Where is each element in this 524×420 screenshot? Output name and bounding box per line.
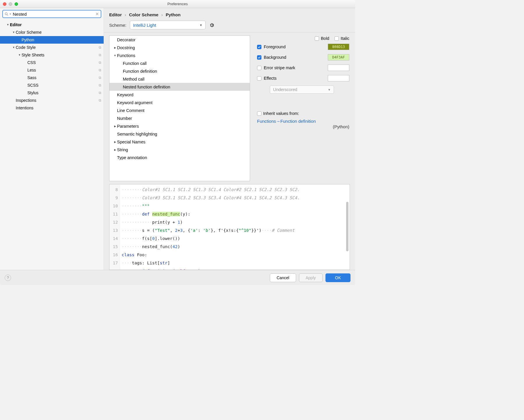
tree-label: Color Scheme — [16, 30, 42, 35]
tree-label: Sass — [27, 75, 36, 80]
category-string[interactable]: ▶String — [109, 146, 250, 154]
project-icon: ⧉ — [99, 76, 101, 80]
category-label: Function call — [123, 61, 146, 66]
breadcrumb: Editor › Color Scheme › Python — [104, 8, 355, 19]
gear-icon[interactable] — [209, 22, 215, 28]
preview-scrollbar[interactable] — [346, 202, 348, 251]
category-functions[interactable]: ▼Functions — [109, 51, 250, 59]
inherit-checkbox[interactable]: Inherit values from: — [257, 111, 349, 116]
foreground-label: Foreground — [264, 45, 286, 49]
chevron-down-icon: ▼ — [12, 46, 16, 49]
category-type-annotation[interactable]: Type annotation — [109, 154, 250, 161]
effects-type-select[interactable]: Underscored ▼ — [270, 86, 334, 94]
clear-search-icon[interactable]: ✕ — [95, 12, 99, 16]
category-nested-function-definition[interactable]: Nested function definition — [109, 83, 250, 91]
sidebar-item-editor[interactable]: ▼Editor — [0, 21, 104, 29]
effects-color-swatch[interactable] — [328, 75, 349, 81]
line-number: 14 — [109, 234, 118, 243]
sidebar-item-stylus[interactable]: Stylus⧉ — [0, 89, 104, 97]
tree-label: Less — [27, 68, 36, 72]
sidebar-item-css[interactable]: CSS⧉ — [0, 59, 104, 66]
tree-label: SCSS — [27, 83, 38, 88]
category-label: Keyword — [117, 92, 133, 97]
line-number: 15 — [109, 243, 118, 251]
scheme-select[interactable]: IntelliJ Light ▼ — [130, 21, 206, 29]
sidebar-item-color-scheme[interactable]: ▼Color Scheme — [0, 29, 104, 36]
sidebar-item-python[interactable]: Python — [0, 36, 104, 44]
help-button[interactable]: ? — [5, 275, 11, 281]
inherit-link[interactable]: Functions→Function definition — [257, 119, 349, 124]
sidebar-item-scss[interactable]: SCSS⧉ — [0, 81, 104, 89]
category-label: Functions — [117, 53, 135, 58]
tree-label: Style Sheets — [22, 53, 45, 57]
sidebar-item-code-style[interactable]: ▼Code Style⧉ — [0, 44, 104, 51]
error-stripe-checkbox[interactable] — [257, 66, 261, 70]
category-keyword-argument[interactable]: Keyword argument — [109, 99, 250, 106]
bold-checkbox[interactable]: Bold — [315, 36, 329, 41]
project-icon: ⧉ — [99, 83, 101, 87]
error-stripe-label: Error stripe mark — [264, 65, 295, 70]
scheme-label: Scheme: — [109, 23, 126, 28]
breadcrumb-color-scheme[interactable]: Color Scheme — [129, 12, 158, 17]
sidebar-item-style-sheets[interactable]: ▼Style Sheets⧉ — [0, 51, 104, 59]
effects-checkbox[interactable] — [257, 76, 261, 81]
project-icon: ⧉ — [99, 45, 101, 49]
background-color-swatch[interactable]: D4F3AF — [328, 54, 349, 60]
project-icon: ⧉ — [99, 91, 101, 95]
foreground-checkbox[interactable] — [257, 45, 261, 49]
tree-label: Editor — [10, 22, 22, 27]
svg-point-0 — [5, 13, 7, 15]
line-number: 8 — [109, 186, 118, 194]
ok-button[interactable]: OK — [325, 273, 350, 282]
tree-label: Python — [22, 38, 34, 42]
foreground-color-swatch[interactable]: 808D13 — [328, 44, 349, 50]
category-line-comment[interactable]: Line Comment — [109, 106, 250, 114]
search-history-chevron-icon[interactable]: ▾ — [10, 13, 11, 15]
breadcrumb-python[interactable]: Python — [166, 12, 180, 17]
category-method-call[interactable]: Method call — [109, 75, 250, 83]
tree-label: CSS — [27, 60, 36, 65]
sidebar-item-less[interactable]: Less⧉ — [0, 66, 104, 74]
italic-checkbox[interactable]: Italic — [334, 36, 349, 41]
category-docstring[interactable]: ▶Docstring — [109, 44, 250, 51]
chevron-right-icon: ▶ — [113, 125, 117, 128]
category-label: Decorator — [117, 38, 136, 42]
search-input[interactable] — [13, 12, 95, 17]
category-function-call[interactable]: Function call — [109, 59, 250, 67]
category-semantic-highlighting[interactable]: Semantic highlighting — [109, 130, 250, 138]
category-function-definition[interactable]: Function definition — [109, 67, 250, 75]
category-label: Type annotation — [117, 155, 147, 160]
category-label: Line Comment — [117, 108, 144, 113]
footer: ? Cancel Apply OK — [0, 270, 355, 285]
error-stripe-color-swatch[interactable] — [328, 65, 349, 71]
line-number: 17 — [109, 259, 118, 267]
category-parameters[interactable]: ▶Parameters — [109, 122, 250, 130]
tree-label: Intentions — [16, 106, 33, 110]
background-checkbox[interactable] — [257, 55, 261, 60]
category-keyword[interactable]: Keyword — [109, 91, 250, 99]
breadcrumb-editor[interactable]: Editor — [109, 12, 122, 17]
category-list[interactable]: Decorator▶Docstring▼FunctionsFunction ca… — [109, 35, 250, 181]
sidebar-item-sass[interactable]: Sass⧉ — [0, 74, 104, 81]
apply-button[interactable]: Apply — [299, 273, 323, 282]
inherit-note: (Python) — [257, 124, 349, 129]
code-preview[interactable]: 89101112131415161718 ········Color#1 SC1… — [109, 184, 350, 270]
breadcrumb-sep-icon: › — [161, 12, 163, 17]
search-field[interactable]: ▾ ✕ — [2, 10, 101, 18]
attributes-panel: Bold Italic Foreground 808D13 Background… — [250, 33, 355, 181]
chevron-down-icon: ▼ — [12, 31, 16, 34]
line-number: 11 — [109, 210, 118, 218]
category-decorator[interactable]: Decorator — [109, 36, 250, 44]
content: ▾ ✕ ▼Editor▼Color SchemePython▼Code Styl… — [0, 8, 355, 270]
category-special-names[interactable]: ▶Special Names — [109, 138, 250, 146]
category-label: Docstring — [117, 45, 135, 50]
sidebar-item-inspections[interactable]: Inspections⧉ — [0, 97, 104, 104]
sidebar-item-intentions[interactable]: Intentions — [0, 104, 104, 112]
category-label: Function definition — [123, 69, 157, 74]
category-number[interactable]: Number — [109, 114, 250, 122]
cancel-button[interactable]: Cancel — [270, 273, 296, 282]
tree-label: Inspections — [16, 98, 36, 103]
category-label: Number — [117, 116, 132, 121]
project-icon: ⧉ — [99, 53, 101, 57]
category-label: Semantic highlighting — [117, 132, 157, 136]
